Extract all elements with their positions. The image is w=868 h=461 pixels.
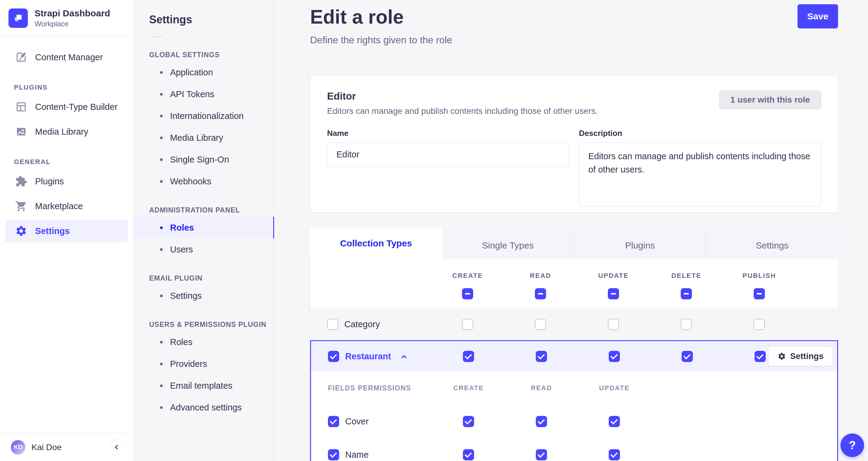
users-with-role-button[interactable]: 1 user with this role — [719, 90, 821, 109]
subnav-section-users-permissions-plugin: USERS & PERMISSIONS PLUGIN Roles Provide… — [133, 321, 274, 418]
select-all-delete-checkbox[interactable] — [681, 288, 692, 299]
subnav-item-email-settings[interactable]: Settings — [133, 285, 274, 307]
bullet-icon — [160, 71, 163, 74]
help-button[interactable]: ? — [840, 433, 864, 457]
row-label[interactable]: Cover — [345, 416, 369, 427]
role-description-textarea[interactable]: Editors can manage and publish contents … — [579, 142, 822, 206]
tab-single-types[interactable]: Single Types — [442, 232, 574, 259]
description-field-label: Description — [579, 128, 822, 138]
puzzle-icon — [15, 175, 27, 188]
sidebar-item-label: Content Manager — [35, 52, 103, 62]
read-checkbox[interactable] — [535, 319, 546, 330]
description-field-group: Description Editors can manage and publi… — [579, 128, 822, 208]
subnav-item-email-templates[interactable]: Email templates — [133, 375, 274, 397]
subnav-item-users[interactable]: Users — [133, 238, 274, 260]
sidebar-item-plugins[interactable]: Plugins — [0, 169, 133, 194]
name-field-label: Name — [327, 128, 569, 138]
tab-settings[interactable]: Settings — [706, 232, 838, 259]
subnav-section-label: EMAIL PLUGIN — [149, 274, 274, 282]
subnav-divider — [149, 36, 164, 37]
row-label[interactable]: Category — [344, 319, 380, 329]
collapse-sidebar-button[interactable] — [110, 440, 123, 455]
update-checkbox[interactable] — [609, 416, 620, 427]
role-name-input[interactable] — [327, 142, 569, 167]
brand[interactable]: Strapi Dashboard Workplace — [0, 0, 133, 36]
sidebar-item-marketplace[interactable]: Marketplace — [0, 194, 133, 219]
subnav-item-roles-admin[interactable]: Roles — [133, 217, 274, 238]
subnav-item-advanced-settings[interactable]: Advanced settings — [133, 397, 274, 418]
sidebar-item-settings[interactable]: Settings — [5, 220, 128, 242]
tab-collection-types[interactable]: Collection Types — [310, 227, 442, 259]
subnav-item-single-sign-on[interactable]: Single Sign-On — [133, 149, 274, 170]
column-header: CREATE — [432, 384, 505, 392]
subnav-section-global-settings: GLOBAL SETTINGS Application API Tokens I… — [133, 51, 274, 192]
row-label[interactable]: Restaurant — [345, 351, 391, 362]
read-checkbox[interactable] — [536, 449, 547, 460]
subnav-section-label: USERS & PERMISSIONS PLUGIN — [149, 321, 274, 329]
subnav-item-application[interactable]: Application — [133, 61, 274, 83]
row-settings-button[interactable]: Settings — [768, 346, 833, 366]
publish-checkbox[interactable] — [754, 319, 765, 330]
row-settings-label: Settings — [790, 351, 824, 361]
row-checkbox[interactable] — [328, 416, 339, 427]
subnav-item-api-tokens[interactable]: API Tokens — [133, 83, 274, 105]
sidebar-item-label: Plugins — [35, 176, 64, 186]
chevron-up-icon[interactable] — [401, 355, 407, 360]
sidebar-item-content-manager[interactable]: Content Manager — [0, 45, 133, 69]
row-checkbox[interactable] — [328, 449, 339, 460]
table-row-category: Category — [310, 309, 838, 340]
row-checkbox[interactable] — [327, 319, 338, 330]
main-content: Edit a role Save Define the rights given… — [274, 0, 868, 461]
select-all-update-checkbox[interactable] — [608, 288, 619, 299]
read-checkbox[interactable] — [536, 416, 547, 427]
cart-icon — [15, 200, 27, 212]
create-checkbox[interactable] — [463, 351, 474, 362]
subnav-item-roles-up[interactable]: Roles — [133, 331, 274, 353]
column-header: CREATE — [452, 272, 483, 280]
subnav-item-internationalization[interactable]: Internationalization — [133, 105, 274, 127]
create-checkbox[interactable] — [463, 416, 474, 427]
select-all-read-checkbox[interactable] — [535, 288, 546, 299]
sidebar-item-content-type-builder[interactable]: Content-Type Builder — [0, 94, 133, 119]
select-all-create-checkbox[interactable] — [462, 288, 473, 299]
subnav-item-label: Settings — [170, 291, 202, 301]
subnav-item-label: Advanced settings — [170, 403, 242, 412]
role-name-heading: Editor — [327, 90, 598, 102]
read-checkbox[interactable] — [536, 351, 547, 362]
settings-subnav: Settings GLOBAL SETTINGS Application API… — [133, 0, 274, 461]
name-field-group: Name — [327, 128, 569, 208]
delete-checkbox[interactable] — [681, 319, 692, 330]
update-checkbox[interactable] — [609, 449, 620, 460]
avatar[interactable]: KD — [11, 440, 25, 455]
publish-checkbox[interactable] — [754, 351, 766, 362]
layout-grid-icon — [15, 101, 27, 113]
subnav-item-label: Single Sign-On — [170, 155, 229, 165]
subnav-item-webhooks[interactable]: Webhooks — [133, 170, 274, 192]
permissions-table-header: CREATE READ UPDATE DELETE PUBLISH — [310, 259, 838, 309]
row-checkbox[interactable] — [328, 351, 339, 362]
permissions-table: CREATE READ UPDATE DELETE PUBLISH Catego… — [310, 259, 838, 461]
subnav-item-providers[interactable]: Providers — [133, 353, 274, 375]
sidebar-item-label: Content-Type Builder — [35, 102, 117, 112]
sidebar-item-media-library[interactable]: Media Library — [0, 119, 133, 144]
create-checkbox[interactable] — [462, 319, 473, 330]
user-bar: KD Kai Doe — [0, 433, 133, 461]
delete-checkbox[interactable] — [682, 351, 693, 362]
role-description-text: Editors can manage and publish contents … — [327, 106, 598, 116]
subnav-item-media-library[interactable]: Media Library — [133, 127, 274, 149]
select-all-publish-checkbox[interactable] — [754, 288, 765, 299]
create-checkbox[interactable] — [463, 449, 474, 460]
bullet-icon — [160, 158, 163, 161]
save-button[interactable]: Save — [798, 4, 838, 28]
tab-plugins[interactable]: Plugins — [574, 232, 706, 259]
row-label[interactable]: Name — [345, 450, 369, 460]
subnav-item-label: Webhooks — [170, 176, 212, 186]
subnav-item-label: Roles — [170, 223, 194, 233]
sidebar-nav-list: Content Manager PLUGINS Content-Type Bui… — [0, 36, 133, 433]
subnav-item-label: Media Library — [170, 133, 223, 143]
update-checkbox[interactable] — [609, 351, 620, 362]
bullet-icon — [160, 406, 163, 409]
update-checkbox[interactable] — [608, 319, 619, 330]
sidebar-item-label: Settings — [35, 226, 70, 236]
pen-square-icon — [15, 51, 27, 63]
